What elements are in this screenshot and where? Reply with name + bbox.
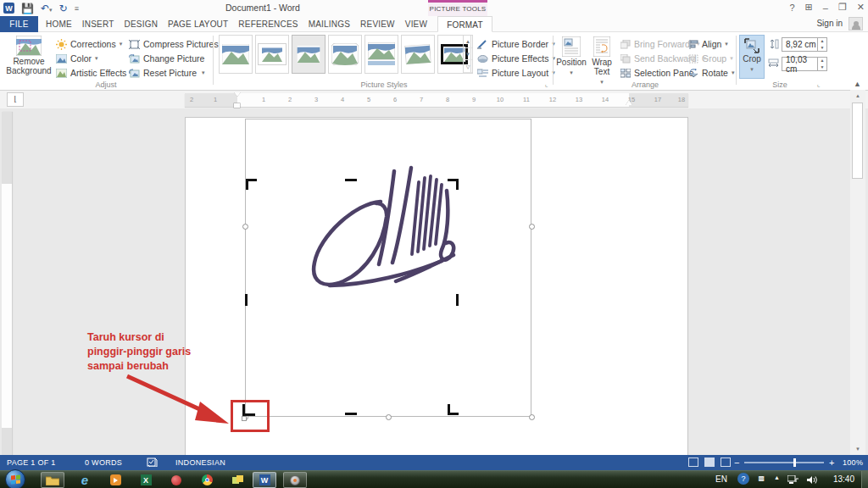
crop-handle-right[interactable] bbox=[456, 294, 459, 306]
language-indicator[interactable]: INDONESIAN bbox=[175, 458, 225, 467]
zoom-out-icon[interactable]: − bbox=[734, 458, 740, 468]
undo-icon[interactable]: ↶▾ bbox=[41, 3, 53, 14]
compress-pictures-icon bbox=[129, 40, 140, 49]
height-spinner[interactable]: ▲▼ bbox=[817, 38, 826, 51]
signature-image[interactable] bbox=[245, 119, 531, 417]
picture-effects-button[interactable]: Picture Effects▾ bbox=[477, 52, 555, 65]
start-button[interactable] bbox=[5, 469, 25, 488]
height-field[interactable]: 8,92 cm ▲▼ bbox=[782, 37, 827, 52]
tab-references[interactable]: REFERENCES bbox=[233, 16, 303, 32]
tab-review[interactable]: REVIEW bbox=[355, 16, 400, 32]
artistic-effects-button[interactable]: Artistic Effects▾ bbox=[56, 66, 133, 80]
zoom-in-icon[interactable]: + bbox=[829, 458, 835, 468]
taskbar-ie-icon[interactable]: e bbox=[73, 472, 97, 488]
ribbon-display-options-icon[interactable]: ⊞ bbox=[805, 2, 813, 13]
help-button[interactable]: ? bbox=[789, 3, 794, 13]
tab-insert[interactable]: INSERT bbox=[77, 16, 120, 32]
customize-qat-icon[interactable]: ≡ bbox=[75, 4, 79, 13]
crop-handle-top[interactable] bbox=[345, 179, 357, 181]
right-indent-marker[interactable] bbox=[626, 100, 632, 105]
picture-style-simple[interactable] bbox=[219, 35, 253, 74]
restore-button[interactable]: ❐ bbox=[838, 2, 847, 13]
show-desktop-button[interactable] bbox=[861, 471, 868, 488]
taskbar-app-gray-icon[interactable] bbox=[283, 472, 307, 488]
picture-style-rounded[interactable] bbox=[328, 35, 362, 74]
tab-file[interactable]: FILE bbox=[0, 16, 38, 32]
tray-language[interactable]: EN bbox=[715, 474, 727, 484]
taskbar-excel-icon[interactable]: X bbox=[134, 472, 158, 488]
align-button[interactable]: Align▾ bbox=[688, 37, 728, 51]
gallery-scroll-buttons: ▲ ▼ ▽ bbox=[463, 35, 473, 74]
tray-volume-icon[interactable] bbox=[807, 475, 817, 485]
zoom-slider-thumb[interactable] bbox=[793, 458, 796, 467]
selection-pane-button[interactable]: Selection Pane bbox=[620, 66, 694, 80]
tray-show-hidden-icons[interactable]: ▲ bbox=[774, 474, 780, 480]
picture-style-metal-frame[interactable] bbox=[292, 35, 326, 74]
redo-icon[interactable]: ↻ bbox=[59, 3, 68, 14]
word-count[interactable]: 0 WORDS bbox=[85, 458, 122, 467]
tab-home[interactable]: HOME bbox=[41, 16, 77, 32]
picture-style-reflection[interactable] bbox=[364, 35, 398, 74]
taskbar-media-player-icon[interactable] bbox=[103, 472, 127, 488]
zoom-slider[interactable] bbox=[744, 462, 824, 463]
tab-format[interactable]: FORMAT bbox=[437, 16, 492, 32]
avatar[interactable] bbox=[849, 17, 863, 30]
compress-pictures-button[interactable]: Compress Pictures bbox=[129, 37, 219, 51]
tab-selector-button[interactable]: ⌊ bbox=[7, 92, 24, 107]
tray-help-icon[interactable]: ? bbox=[737, 473, 749, 485]
taskbar-word-icon[interactable]: W bbox=[253, 472, 276, 488]
vertical-scrollbar[interactable]: ▲ ▼ bbox=[850, 90, 865, 455]
taskbar-notes-icon[interactable] bbox=[225, 472, 249, 488]
picture-style-white-frame[interactable] bbox=[255, 35, 289, 74]
close-button[interactable]: ✕ bbox=[857, 2, 865, 13]
taskbar-app-red-icon[interactable] bbox=[164, 472, 188, 488]
change-picture-button[interactable]: Change Picture bbox=[129, 52, 204, 65]
picture-layout-button[interactable]: Picture Layout▾ bbox=[477, 66, 555, 80]
collapse-ribbon-icon[interactable]: ▲ bbox=[854, 80, 861, 88]
wrap-text-button[interactable]: Wrap Text▾ bbox=[588, 36, 615, 86]
web-layout-icon[interactable] bbox=[721, 458, 731, 467]
reset-picture-button[interactable]: Reset Picture▾ bbox=[129, 66, 205, 80]
rotate-button[interactable]: Rotate▾ bbox=[688, 66, 734, 80]
scroll-up-icon[interactable]: ▲ bbox=[851, 90, 865, 102]
remove-background-button[interactable]: Remove Background bbox=[7, 36, 51, 75]
read-mode-icon[interactable] bbox=[688, 458, 698, 467]
picture-style-tilted[interactable] bbox=[401, 35, 435, 74]
horizontal-ruler[interactable]: 2 1 1 2 3 4 5 6 7 8 9 10 11 12 13 14 15 … bbox=[185, 93, 688, 107]
tray-keyboard-icon[interactable]: ▩ bbox=[758, 474, 765, 482]
left-indent-marker[interactable] bbox=[234, 92, 240, 108]
gallery-down-icon[interactable]: ▼ bbox=[464, 48, 472, 61]
gallery-up-icon[interactable]: ▲ bbox=[464, 36, 472, 48]
crop-button[interactable]: Crop▾ bbox=[739, 35, 765, 79]
picture-border-button[interactable]: Picture Border▾ bbox=[477, 37, 555, 51]
minimize-button[interactable]: – bbox=[823, 3, 828, 13]
print-layout-icon[interactable] bbox=[704, 458, 715, 467]
word-logo-icon[interactable]: W bbox=[3, 3, 14, 14]
tab-mailings[interactable]: MAILINGS bbox=[303, 16, 355, 32]
proofing-icon[interactable] bbox=[147, 458, 158, 467]
scrollbar-thumb[interactable] bbox=[852, 103, 863, 179]
save-icon[interactable]: 💾 bbox=[21, 3, 34, 14]
vertical-ruler[interactable] bbox=[2, 112, 12, 455]
sign-in-link[interactable]: Sign in bbox=[816, 19, 843, 28]
taskbar-explorer-icon[interactable] bbox=[41, 472, 64, 488]
width-spinner[interactable]: ▲▼ bbox=[817, 58, 826, 70]
tab-design[interactable]: DESIGN bbox=[120, 16, 164, 32]
size-dialog-launcher-icon[interactable]: ⌞ bbox=[817, 80, 821, 88]
width-field[interactable]: 10,03 cm ▲▼ bbox=[782, 57, 827, 71]
tray-network-icon[interactable] bbox=[787, 475, 798, 485]
scroll-down-icon[interactable]: ▼ bbox=[851, 443, 865, 455]
zoom-percentage[interactable]: 100% bbox=[843, 458, 863, 467]
crop-handle-left[interactable] bbox=[245, 294, 248, 306]
page-indicator[interactable]: PAGE 1 OF 1 bbox=[7, 458, 56, 467]
corrections-button[interactable]: Corrections▾ bbox=[56, 37, 122, 51]
position-button[interactable]: Position▾ bbox=[556, 36, 587, 77]
tab-view[interactable]: VIEW bbox=[400, 16, 432, 32]
taskbar-chrome-icon[interactable] bbox=[195, 472, 219, 488]
tray-clock[interactable]: 13:40 bbox=[833, 474, 854, 484]
tab-page-layout[interactable]: PAGE LAYOUT bbox=[163, 16, 233, 32]
color-button[interactable]: Color▾ bbox=[56, 52, 98, 65]
crop-handle-bottom[interactable] bbox=[345, 413, 357, 415]
gallery-more-icon[interactable]: ▽ bbox=[464, 60, 472, 73]
picture-styles-dialog-launcher-icon[interactable]: ⌞ bbox=[545, 80, 548, 88]
